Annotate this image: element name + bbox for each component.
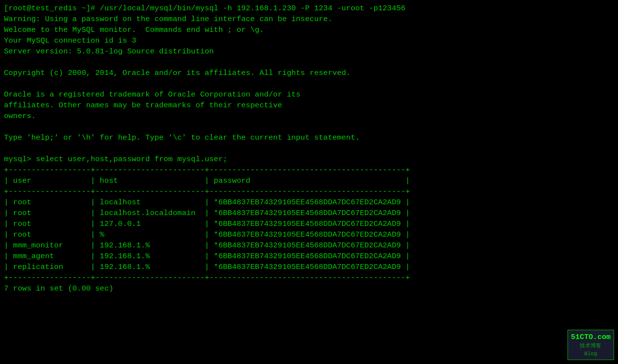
copyright1: Copyright (c) 2000, 2014, Oracle and/or … [4,68,614,78]
oracle1: Oracle is a registered trademark of Orac… [4,89,614,100]
terminal-window: [root@test_redis ~]# /usr/local/mysql/bi… [0,0,618,364]
oracle2: affiliates. Other names may be trademark… [4,100,614,111]
table-bottom: +------------------+--------------------… [4,272,614,283]
row1: | root | localhost | *6BB4837EB74329105E… [4,197,614,208]
row4: | root | % | *6BB4837EB74329105EE4568DDA… [4,229,614,240]
row7: | replication | 192.168.1.% | *6BB4837EB… [4,262,614,272]
empty2 [4,78,614,89]
watermark-sub2: Blog [571,350,611,358]
help-hint: Type 'help;' or '\h' for help. Type '\c'… [4,132,614,143]
watermark-site: 51CTO.com [571,332,611,342]
watermark-sub1: 技术博客 [571,342,611,350]
row5: | mmm_monitor | 192.168.1.% | *6BB4837EB… [4,240,614,251]
server-version: Server version: 5.0.81-log Source distri… [4,46,614,57]
empty4 [4,143,614,154]
cmd-line: [root@test_redis ~]# /usr/local/mysql/bi… [4,3,614,14]
row3: | root | 127.0.0.1 | *6BB4837EB74329105E… [4,218,614,229]
result-summary: 7 rows in set (0.00 sec) [4,283,614,294]
connection-id: Your MySQL connection id is 3 [4,35,614,46]
row6: | mmm_agent | 192.168.1.% | *6BB4837EB74… [4,251,614,262]
table-header: | user | host | password | [4,175,614,186]
query: mysql> select user,host,password from my… [4,154,614,165]
welcome: Welcome to the MySQL monitor. Commands e… [4,24,614,35]
empty3 [4,121,614,132]
oracle3: owners. [4,111,614,121]
empty1 [4,57,614,68]
table-top: +------------------+--------------------… [4,165,614,175]
row2: | root | localhost.localdomain | *6BB483… [4,208,614,218]
table-div: +------------------+--------------------… [4,186,614,197]
warning: Warning: Using a password on the command… [4,14,614,24]
watermark: 51CTO.com 技术博客 Blog [567,330,614,360]
